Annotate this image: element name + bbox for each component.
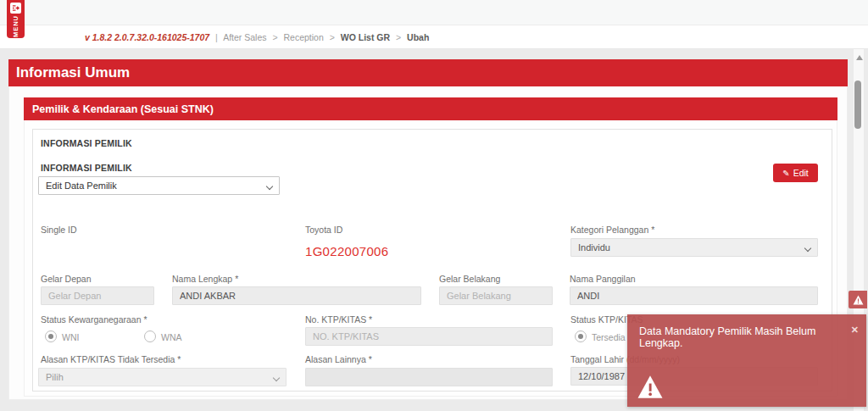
no-ktp-kitas-label: No. KTP/KITAS * bbox=[305, 314, 372, 325]
nama-panggilan-input[interactable] bbox=[570, 286, 818, 305]
mandatory-data-toast: Data Mandatory Pemilik Masih Belum Lengk… bbox=[627, 314, 866, 407]
breadcrumb-toolbar: v 1.8.2 2.0.7.32.0-161025-1707 | After S… bbox=[0, 25, 868, 49]
tersedia-radio[interactable] bbox=[575, 330, 587, 342]
single-id-label: Single ID bbox=[41, 225, 77, 235]
edit-data-pemilik-select[interactable]: Edit Data Pemilik bbox=[38, 176, 280, 195]
alasan-ktp-value: Pilih bbox=[46, 372, 64, 382]
gelar-belakang-input[interactable] bbox=[439, 286, 553, 305]
nama-panggilan-label: Nama Panggilan bbox=[570, 274, 636, 284]
breadcrumb: v 1.8.2 2.0.7.32.0-161025-1707 | After S… bbox=[85, 32, 429, 42]
page-title-label: Informasi Umum bbox=[16, 64, 130, 81]
edit-label: Edit bbox=[793, 168, 809, 178]
nama-lengkap-label: Nama Lengkap * bbox=[172, 274, 238, 284]
menu-arrow-icon bbox=[10, 3, 21, 14]
section-title: Pemilik & Kendaraan (Sesuai STNK) bbox=[24, 97, 837, 120]
breadcrumb-ubah: Ubah bbox=[407, 32, 429, 42]
validation-warning-tab[interactable] bbox=[849, 291, 867, 308]
status-kewarganegaraan-label: Status Kewarganegaraan * bbox=[41, 314, 147, 325]
breadcrumb-separator: > bbox=[330, 32, 335, 42]
menu-toggle-button[interactable]: MENU bbox=[7, 0, 25, 38]
wni-radio-label: WNI bbox=[62, 332, 79, 342]
wna-radio[interactable] bbox=[144, 330, 156, 342]
section-title-label: Pemilik & Kendaraan (Sesuai STNK) bbox=[32, 103, 214, 115]
alasan-ktp-select[interactable]: Pilih bbox=[38, 368, 287, 386]
warning-triangle-icon bbox=[853, 295, 864, 305]
edit-button[interactable]: ✎ Edit bbox=[773, 164, 818, 182]
pipe-separator: | bbox=[215, 32, 218, 42]
wni-radio[interactable] bbox=[45, 330, 57, 342]
top-tab-strip bbox=[0, 0, 868, 25]
page-title: Informasi Umum bbox=[8, 59, 848, 86]
pencil-icon: ✎ bbox=[782, 169, 789, 178]
kategori-pelanggan-value: Individu bbox=[578, 242, 610, 253]
alasan-lainnya-input[interactable] bbox=[305, 368, 553, 386]
breadcrumb-reception[interactable]: Reception bbox=[283, 32, 323, 42]
version-text: v 1.8.2 2.0.7.32.0-161025-1707 bbox=[85, 32, 209, 42]
kategori-pelanggan-select[interactable]: Individu bbox=[570, 238, 818, 257]
no-ktp-kitas-input[interactable] bbox=[305, 327, 553, 346]
informasi-pemilik-heading: INFORMASI PEMILIK bbox=[41, 138, 132, 148]
gelar-belakang-label: Gelar Belakang bbox=[439, 274, 500, 284]
chevron-down-icon bbox=[804, 245, 811, 252]
menu-label: MENU bbox=[12, 15, 19, 37]
gelar-depan-label: Gelar Depan bbox=[41, 274, 92, 284]
gelar-depan-input[interactable] bbox=[41, 286, 154, 305]
kategori-pelanggan-label: Kategori Pelanggan * bbox=[570, 225, 654, 235]
chevron-down-icon bbox=[273, 375, 280, 381]
chevron-down-icon bbox=[266, 183, 273, 190]
edit-data-pemilik-value: Edit Data Pemilik bbox=[46, 181, 117, 191]
toyota-id-value: 1G022007006 bbox=[305, 244, 388, 258]
toast-close-icon[interactable]: ✕ bbox=[851, 325, 859, 336]
wna-radio-label: WNA bbox=[161, 332, 182, 342]
scrollbar-thumb[interactable] bbox=[854, 81, 861, 129]
breadcrumb-after-sales[interactable]: After Sales bbox=[223, 32, 266, 42]
toyota-id-label: Toyota ID bbox=[305, 225, 342, 235]
breadcrumb-wo-list-gr[interactable]: WO List GR bbox=[341, 32, 390, 42]
nama-lengkap-input[interactable] bbox=[172, 286, 421, 305]
alasan-lainnya-label: Alasan Lainnya * bbox=[305, 354, 372, 364]
tersedia-radio-label: Tersedia bbox=[592, 332, 626, 342]
breadcrumb-separator: > bbox=[272, 32, 277, 42]
breadcrumb-separator: > bbox=[396, 32, 401, 42]
informasi-pemilik-subheading: INFORMASI PEMILIK bbox=[41, 163, 132, 173]
warning-triangle-icon bbox=[637, 375, 664, 399]
toast-message: Data Mandatory Pemilik Masih Belum Lengk… bbox=[639, 325, 843, 349]
scroll-up-arrow-icon[interactable] bbox=[856, 55, 863, 60]
alasan-ktp-label: Alasan KTP/KITAS Tidak Tersedia * bbox=[41, 354, 181, 364]
